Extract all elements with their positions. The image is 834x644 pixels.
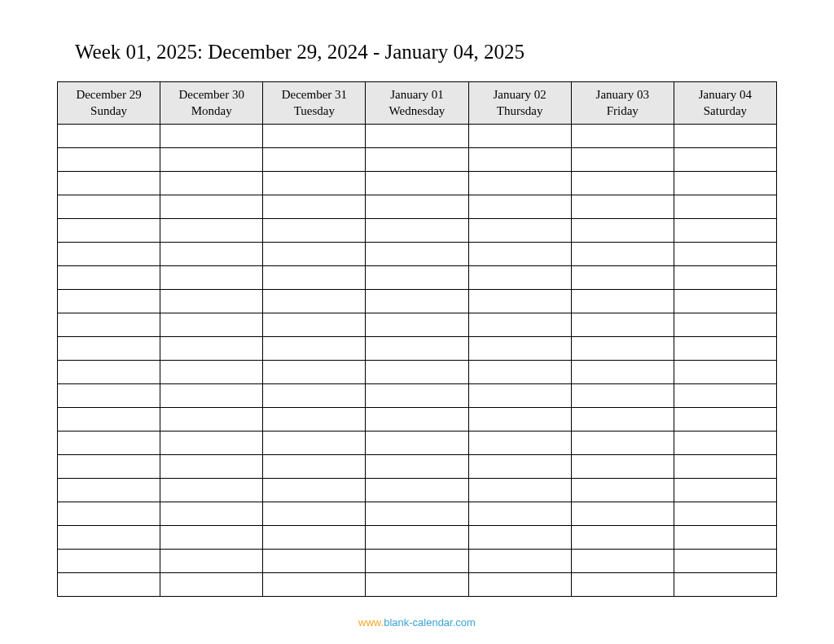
weekly-calendar-table: December 29 Sunday December 30 Monday De…	[57, 81, 777, 597]
calendar-cell	[58, 313, 160, 337]
calendar-cell	[571, 550, 674, 573]
calendar-cell	[571, 384, 674, 408]
calendar-cell	[160, 502, 263, 526]
calendar-cell	[674, 408, 776, 432]
calendar-cell	[366, 550, 468, 573]
calendar-cell	[263, 526, 366, 550]
calendar-cell	[58, 290, 160, 313]
calendar-cell	[58, 195, 160, 219]
calendar-cell	[571, 526, 674, 550]
calendar-cell	[468, 172, 571, 195]
calendar-cell	[263, 479, 366, 502]
calendar-cell	[58, 408, 160, 432]
day-date: December 29	[61, 87, 156, 103]
calendar-cell	[366, 266, 468, 290]
calendar-cell	[674, 219, 776, 243]
calendar-cell	[160, 266, 263, 290]
calendar-cell	[160, 455, 263, 479]
calendar-cell	[160, 361, 263, 384]
calendar-cell	[366, 526, 468, 550]
calendar-cell	[468, 479, 571, 502]
calendar-cell	[571, 361, 674, 384]
calendar-cell	[571, 266, 674, 290]
calendar-cell	[468, 195, 571, 219]
calendar-row	[58, 219, 777, 243]
calendar-cell	[160, 526, 263, 550]
calendar-cell	[468, 526, 571, 550]
calendar-cell	[58, 361, 160, 384]
day-of-week: Tuesday	[266, 103, 362, 120]
day-date: January 02	[472, 87, 568, 103]
calendar-cell	[160, 172, 263, 195]
calendar-cell	[674, 573, 776, 597]
calendar-cell	[366, 361, 468, 384]
calendar-cell	[674, 479, 776, 502]
calendar-cell	[58, 148, 160, 172]
calendar-cell	[160, 384, 263, 408]
calendar-cell	[571, 573, 674, 597]
calendar-row	[58, 573, 777, 597]
calendar-cell	[366, 384, 468, 408]
calendar-cell	[160, 219, 263, 243]
calendar-cell	[674, 313, 776, 337]
day-date: January 03	[575, 87, 670, 103]
day-of-week: Saturday	[678, 103, 773, 120]
calendar-cell	[366, 337, 468, 361]
calendar-row	[58, 384, 777, 408]
calendar-cell	[674, 266, 776, 290]
calendar-cell	[58, 243, 160, 266]
calendar-cell	[468, 219, 571, 243]
calendar-cell	[263, 432, 366, 455]
calendar-row	[58, 455, 777, 479]
calendar-cell	[571, 148, 674, 172]
calendar-cell	[571, 172, 674, 195]
calendar-cell	[674, 455, 776, 479]
calendar-row	[58, 550, 777, 573]
calendar-cell	[160, 432, 263, 455]
calendar-cell	[366, 219, 468, 243]
calendar-cell	[160, 573, 263, 597]
calendar-cell	[263, 337, 366, 361]
calendar-cell	[468, 148, 571, 172]
calendar-cell	[160, 290, 263, 313]
calendar-cell	[468, 313, 571, 337]
calendar-cell	[571, 313, 674, 337]
calendar-cell	[468, 361, 571, 384]
calendar-cell	[263, 195, 366, 219]
calendar-cell	[263, 455, 366, 479]
day-of-week: Wednesday	[369, 103, 464, 120]
calendar-cell	[58, 337, 160, 361]
calendar-cell	[58, 384, 160, 408]
calendar-cell	[58, 502, 160, 526]
calendar-cell	[58, 125, 160, 148]
calendar-cell	[468, 243, 571, 266]
day-of-week: Monday	[164, 103, 259, 120]
calendar-row	[58, 148, 777, 172]
calendar-cell	[571, 502, 674, 526]
calendar-row	[58, 266, 777, 290]
day-of-week: Sunday	[61, 103, 156, 120]
calendar-row	[58, 313, 777, 337]
footer-prefix: www.	[358, 616, 384, 629]
calendar-cell	[571, 432, 674, 455]
calendar-cell	[58, 172, 160, 195]
page-title: Week 01, 2025: December 29, 2024 - Janua…	[75, 41, 777, 64]
calendar-cell	[571, 290, 674, 313]
calendar-cell	[366, 290, 468, 313]
calendar-cell	[58, 573, 160, 597]
day-header: January 01 Wednesday	[366, 82, 468, 125]
calendar-cell	[674, 243, 776, 266]
calendar-cell	[674, 125, 776, 148]
calendar-row	[58, 172, 777, 195]
calendar-cell	[366, 243, 468, 266]
calendar-cell	[366, 313, 468, 337]
calendar-cell	[263, 266, 366, 290]
calendar-cell	[160, 148, 263, 172]
calendar-cell	[674, 195, 776, 219]
calendar-header-row: December 29 Sunday December 30 Monday De…	[58, 82, 777, 125]
day-header: December 29 Sunday	[58, 82, 160, 125]
calendar-cell	[366, 573, 468, 597]
calendar-row	[58, 337, 777, 361]
calendar-row	[58, 125, 777, 148]
calendar-cell	[674, 337, 776, 361]
